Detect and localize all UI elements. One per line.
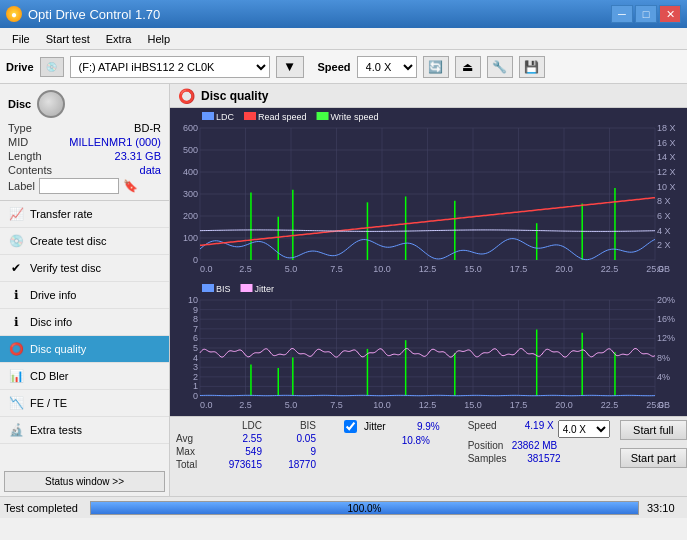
stats-speed-col: Speed 4.19 X 4.0 X Position 23862 MB Sam… — [468, 420, 610, 464]
menu-start-test[interactable]: Start test — [38, 31, 98, 47]
stats-bar: LDC BIS Avg 2.55 0.05 Max 549 9 Total 97… — [170, 416, 687, 496]
jitter-checkbox[interactable] — [344, 420, 357, 433]
avg-label: Avg — [176, 433, 208, 444]
content-area: ⭕ Disc quality LDC BIS Avg 2.55 0.05 — [170, 84, 687, 496]
stats-jitter-col: Jitter 9.9% 10.8% — [344, 420, 440, 446]
length-value: 23.31 GB — [115, 150, 161, 162]
speed-stat-select[interactable]: 4.0 X — [558, 420, 610, 438]
samples-value: 381572 — [511, 453, 561, 464]
avg-ldc: 2.55 — [212, 433, 262, 444]
cd-bler-icon: 📊 — [8, 368, 24, 384]
max-label: Max — [176, 446, 208, 457]
disc-image — [37, 90, 65, 118]
drive-arrow-button[interactable]: ▼ — [276, 56, 304, 78]
drive-info-label: Drive info — [30, 289, 76, 301]
drive-label: Drive — [6, 61, 34, 73]
contents-value: data — [140, 164, 161, 176]
total-label: Total — [176, 459, 208, 470]
fe-te-label: FE / TE — [30, 397, 67, 409]
drive-bar: Drive 💿 (F:) ATAPI iHBS112 2 CL0K ▼ Spee… — [0, 50, 687, 84]
status-window-button[interactable]: Status window >> — [4, 471, 165, 492]
total-ldc: 973615 — [212, 459, 262, 470]
speed-stat-value: 4.19 X — [504, 420, 554, 438]
cd-bler-label: CD Bler — [30, 370, 69, 382]
eject-button[interactable]: ⏏ — [455, 56, 481, 78]
start-full-button[interactable]: Start full — [620, 420, 687, 440]
avg-bis: 0.05 — [266, 433, 316, 444]
bottom-chart-canvas — [170, 280, 687, 416]
sidebar-item-drive-info[interactable]: ℹ Drive info — [0, 282, 169, 309]
extra-tests-label: Extra tests — [30, 424, 82, 436]
position-label: Position — [468, 440, 504, 451]
sidebar-item-fe-te[interactable]: 📉 FE / TE — [0, 390, 169, 417]
close-button[interactable]: ✕ — [659, 5, 681, 23]
sidebar-item-cd-bler[interactable]: 📊 CD Bler — [0, 363, 169, 390]
refresh-button[interactable]: 🔄 — [423, 56, 449, 78]
disc-label-input[interactable] — [39, 178, 119, 194]
transfer-rate-icon: 📈 — [8, 206, 24, 222]
sidebar-item-disc-info[interactable]: ℹ Disc info — [0, 309, 169, 336]
disc-quality-header-icon: ⭕ — [178, 88, 195, 104]
progress-text: 100.0% — [91, 502, 638, 516]
app-title: Opti Drive Control 1.70 — [28, 7, 160, 22]
contents-label: Contents — [8, 164, 52, 176]
verify-test-disc-label: Verify test disc — [30, 262, 101, 274]
max-bis: 9 — [266, 446, 316, 457]
extra-tests-icon: 🔬 — [8, 422, 24, 438]
verify-test-disc-icon: ✔ — [8, 260, 24, 276]
disc-quality-title: Disc quality — [201, 89, 268, 103]
disc-section-label: Disc — [8, 98, 31, 110]
drive-select[interactable]: (F:) ATAPI iHBS112 2 CL0K — [70, 56, 270, 78]
top-chart-canvas — [170, 108, 687, 280]
status-bar: Test completed 100.0% 33:10 — [0, 496, 687, 518]
transfer-rate-label: Transfer rate — [30, 208, 93, 220]
sidebar-item-transfer-rate[interactable]: 📈 Transfer rate — [0, 201, 169, 228]
menu-file[interactable]: File — [4, 31, 38, 47]
minimize-button[interactable]: ─ — [611, 5, 633, 23]
sidebar-item-verify-test-disc[interactable]: ✔ Verify test disc — [0, 255, 169, 282]
chart-area — [170, 108, 687, 416]
fe-te-icon: 📉 — [8, 395, 24, 411]
sidebar-item-disc-quality[interactable]: ⭕ Disc quality — [0, 336, 169, 363]
title-bar: ● Opti Drive Control 1.70 ─ □ ✕ — [0, 0, 687, 28]
start-part-button[interactable]: Start part — [620, 448, 687, 468]
create-test-disc-label: Create test disc — [30, 235, 106, 247]
nav-section: 📈 Transfer rate 💿 Create test disc ✔ Ver… — [0, 201, 169, 467]
col-bis: BIS — [266, 420, 316, 431]
col-ldc: LDC — [212, 420, 262, 431]
disc-quality-header: ⭕ Disc quality — [170, 84, 687, 108]
disc-quality-icon: ⭕ — [8, 341, 24, 357]
create-test-disc-icon: 💿 — [8, 233, 24, 249]
progress-bar-container: 100.0% — [90, 501, 639, 515]
save-button[interactable]: 💾 — [519, 56, 545, 78]
label-icon[interactable]: 🔖 — [123, 179, 138, 193]
drive-info-icon: ℹ — [8, 287, 24, 303]
time-display: 33:10 — [643, 502, 683, 514]
disc-info-label: Disc info — [30, 316, 72, 328]
disc-quality-label: Disc quality — [30, 343, 86, 355]
main-area: Disc Type BD-R MID MILLENMR1 (000) Lengt… — [0, 84, 687, 496]
menu-help[interactable]: Help — [139, 31, 178, 47]
sidebar: Disc Type BD-R MID MILLENMR1 (000) Lengt… — [0, 84, 170, 496]
drive-icon: 💿 — [40, 57, 64, 77]
disc-info-icon: ℹ — [8, 314, 24, 330]
type-label: Type — [8, 122, 32, 134]
menu-extra[interactable]: Extra — [98, 31, 140, 47]
disc-label-label: Label — [8, 180, 35, 192]
speed-stat-label: Speed — [468, 420, 500, 438]
max-jitter: 10.8% — [380, 435, 430, 446]
stats-table: LDC BIS Avg 2.55 0.05 Max 549 9 Total 97… — [176, 420, 316, 470]
app-icon: ● — [6, 6, 22, 22]
maximize-button[interactable]: □ — [635, 5, 657, 23]
sidebar-item-create-test-disc[interactable]: 💿 Create test disc — [0, 228, 169, 255]
sidebar-item-extra-tests[interactable]: 🔬 Extra tests — [0, 417, 169, 444]
avg-jitter: 9.9% — [390, 421, 440, 432]
mid-label: MID — [8, 136, 28, 148]
max-ldc: 549 — [212, 446, 262, 457]
speed-select-drive[interactable]: 4.0 X 1.0 X 2.0 X 8.0 X — [357, 56, 417, 78]
jitter-max-label — [344, 435, 376, 446]
col-empty — [176, 420, 208, 431]
jitter-col-label: Jitter — [364, 421, 386, 432]
disc-info-panel: Disc Type BD-R MID MILLENMR1 (000) Lengt… — [0, 84, 169, 201]
tools-button[interactable]: 🔧 — [487, 56, 513, 78]
